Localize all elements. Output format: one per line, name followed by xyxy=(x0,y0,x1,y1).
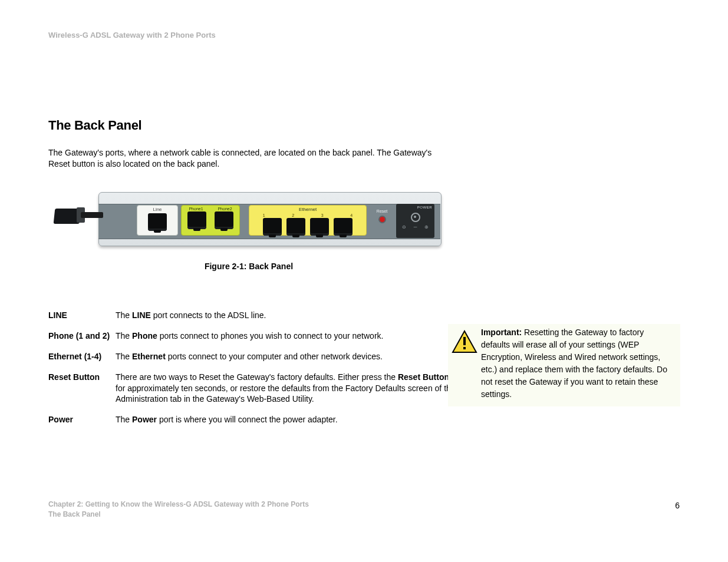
page-number: 6 xyxy=(675,501,680,510)
document-header: Wireless-G ADSL Gateway with 2 Phone Por… xyxy=(48,31,216,39)
important-callout: Important: Resetting the Gateway to fact… xyxy=(448,324,680,406)
reset-button-icon xyxy=(380,217,385,222)
section-title: The Back Panel xyxy=(48,118,141,133)
port-group-phone: Phone1 Phone2 xyxy=(181,205,240,236)
def-term: Power xyxy=(48,414,116,425)
def-desc: There are two ways to Reset the Gateway'… xyxy=(116,372,461,405)
def-row-reset: Reset Button There are two ways to Reset… xyxy=(48,372,461,405)
port-label-reset: Reset xyxy=(370,209,394,213)
rj-port-eth1 xyxy=(263,218,282,236)
def-desc: The Power port is where you will connect… xyxy=(116,414,461,425)
def-row-line: LINE The LINE port connects to the ADSL … xyxy=(48,310,461,321)
port-group-line: Line xyxy=(137,205,178,236)
port-label-eth2: 2 xyxy=(292,213,294,217)
port-label-eth1: 1 xyxy=(263,213,265,217)
def-term: Reset Button xyxy=(48,372,116,405)
footer-sub-line: The Back Panel xyxy=(48,510,309,520)
port-definitions: LINE The LINE port connects to the ADSL … xyxy=(48,310,461,435)
def-term: Ethernet (1-4) xyxy=(48,351,116,362)
power-polarity-icon: ⊖─⊕ xyxy=(398,224,432,230)
port-label-phone1: Phone1 xyxy=(189,207,203,211)
reset-zone: Reset xyxy=(370,207,394,234)
rj-port-phone2 xyxy=(215,211,233,229)
figure-caption: Figure 2-1: Back Panel xyxy=(48,262,449,271)
def-row-power: Power The Power port is where you will c… xyxy=(48,414,461,425)
warning-icon xyxy=(448,326,481,401)
rj-port-eth3 xyxy=(310,218,329,236)
def-row-ethernet: Ethernet (1-4) The Ethernet ports connec… xyxy=(48,351,461,362)
port-label-eth4: 4 xyxy=(350,213,353,217)
router-illustration: Line Phone1 Phone2 Ethernet 1 2 3 4 xyxy=(48,186,449,257)
def-row-phone: Phone (1 and 2) The Phone ports connect … xyxy=(48,330,461,342)
def-term: Phone (1 and 2) xyxy=(48,330,116,342)
power-zone: POWER ⊖─⊕ xyxy=(396,204,434,238)
port-label-ethernet: Ethernet xyxy=(249,207,366,212)
figure-back-panel: Line Phone1 Phone2 Ethernet 1 2 3 4 xyxy=(48,186,449,271)
port-label-eth3: 3 xyxy=(321,213,324,217)
important-text: Important: Resetting the Gateway to fact… xyxy=(481,326,678,401)
section-intro: The Gateway's ports, where a network cab… xyxy=(48,147,449,170)
svg-rect-2 xyxy=(463,347,466,349)
rj-port-line xyxy=(148,213,167,231)
rj-port-phone1 xyxy=(187,211,206,229)
svg-rect-1 xyxy=(463,337,466,345)
def-desc: The Phone ports connect to phones you wi… xyxy=(116,330,461,342)
rj-port-eth4 xyxy=(334,218,353,236)
port-label-phone2: Phone2 xyxy=(218,207,232,211)
def-desc: The Ethernet ports connect to your compu… xyxy=(116,351,461,362)
footer-chapter: Chapter 2: Getting to Know the Wireless-… xyxy=(48,500,309,520)
power-jack-icon xyxy=(411,213,420,222)
def-desc: The LINE port connects to the ADSL line. xyxy=(116,310,461,321)
port-label-power: POWER xyxy=(398,206,432,209)
def-term: LINE xyxy=(48,310,116,321)
antenna-icon xyxy=(48,210,101,232)
rj-port-eth2 xyxy=(286,218,305,236)
port-group-ethernet: Ethernet 1 2 3 4 xyxy=(249,205,367,236)
port-label-line: Line xyxy=(137,207,177,212)
footer-chapter-line: Chapter 2: Getting to Know the Wireless-… xyxy=(48,500,309,510)
